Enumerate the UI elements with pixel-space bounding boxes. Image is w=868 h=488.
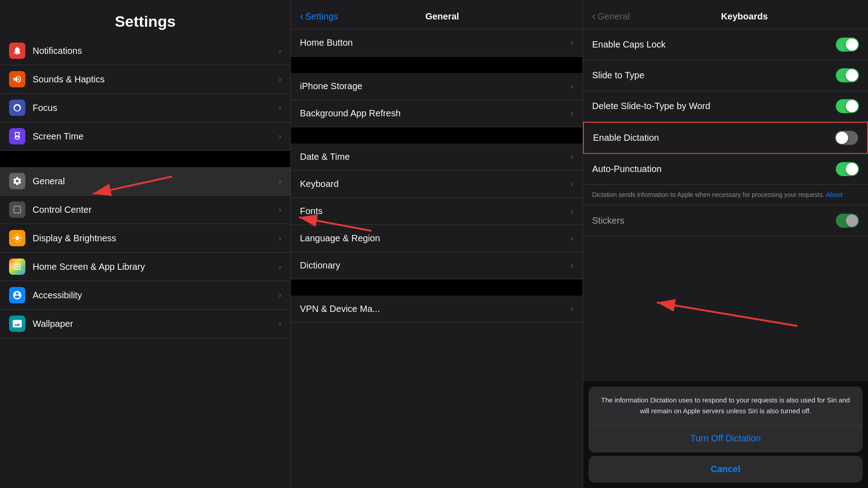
notifications-icon <box>9 43 25 59</box>
focus-chevron: › <box>279 103 281 113</box>
general-list: Home Button › iPhone Storage › Backgroun… <box>291 29 583 488</box>
action-sheet-overlay: The information Dictation uses to respon… <box>583 381 868 488</box>
sidebar-item-screentime[interactable]: Screen Time › <box>0 122 290 151</box>
dictation-desc-text: Dictation sends information to Apple whe… <box>592 190 859 200</box>
keyboards-title: Keyboards <box>630 11 859 22</box>
homescreen-label: Home Screen & App Library <box>33 262 279 272</box>
about-link[interactable]: About <box>826 191 843 198</box>
keyboards-panel: ‹ General Keyboards Enable Caps Lock Sli… <box>583 0 868 488</box>
sidebar-item-focus[interactable]: Focus › <box>0 94 290 122</box>
keyboards-header: ‹ General Keyboards <box>583 0 868 29</box>
enabledictation-toggle[interactable] <box>835 131 858 145</box>
backgroundapp-chevron: › <box>571 109 574 118</box>
iphonestorage-label: iPhone Storage <box>300 81 571 91</box>
toggle-thumb-4 <box>836 132 848 144</box>
controlcenter-label: Control Center <box>33 205 279 215</box>
notifications-chevron: › <box>279 46 281 56</box>
general-icon <box>9 173 25 189</box>
fonts-label: Fonts <box>300 206 571 216</box>
display-icon <box>9 230 25 246</box>
slidetotype-toggle[interactable] <box>836 68 859 82</box>
display-chevron: › <box>279 234 281 243</box>
general-item-homebutton[interactable]: Home Button › <box>291 29 583 57</box>
general-item-vpn[interactable]: VPN & Device Ma... › <box>291 296 583 323</box>
general-item-keyboard[interactable]: Keyboard › <box>291 171 583 198</box>
cancel-button[interactable]: Cancel <box>588 456 863 483</box>
display-label: Display & Brightness <box>33 233 279 244</box>
toggle-thumb <box>846 38 858 51</box>
turn-off-dictation-button[interactable]: Turn Off Dictation <box>588 425 863 452</box>
general-chevron: › <box>279 177 281 186</box>
sidebar-item-general[interactable]: General › <box>0 167 290 196</box>
general-header: ‹ Settings General <box>291 0 583 29</box>
general-divider-1 <box>291 57 583 73</box>
keyboard-chevron: › <box>571 179 574 189</box>
vpn-chevron: › <box>571 304 574 314</box>
deleteslide-toggle[interactable] <box>836 99 859 113</box>
toggle-thumb-6 <box>846 215 858 227</box>
languageregion-chevron: › <box>571 234 574 243</box>
sidebar-item-controlcenter[interactable]: Control Center › <box>0 196 290 224</box>
backgroundapp-label: Background App Refresh <box>300 108 571 119</box>
back-chevron-icon-2: ‹ <box>592 10 596 23</box>
back-to-general-label: General <box>598 11 630 22</box>
sidebar-item-accessibility[interactable]: Accessibility › <box>0 281 290 310</box>
enablecapslock-toggle[interactable] <box>836 38 859 52</box>
general-item-fonts[interactable]: Fonts › <box>291 198 583 225</box>
general-divider-3 <box>291 279 583 296</box>
kb-item-enabledictation[interactable]: Enable Dictation <box>583 122 868 154</box>
slidetotype-label: Slide to Type <box>592 70 836 81</box>
settings-list: Notifications › Sounds & Haptics › Focus… <box>0 37 290 488</box>
settings-panel: Settings Notifications › Sounds & Haptic… <box>0 0 291 488</box>
general-item-languageregion[interactable]: Language & Region › <box>291 225 583 252</box>
deleteslide-label: Delete Slide-to-Type by Word <box>592 101 836 111</box>
wallpaper-chevron: › <box>279 319 281 329</box>
divider-1 <box>0 151 290 167</box>
stickers-label: Stickers <box>592 215 836 226</box>
dictionary-chevron: › <box>571 261 574 270</box>
accessibility-icon <box>9 287 25 303</box>
toggle-thumb-3 <box>846 100 858 112</box>
homescreen-chevron: › <box>279 262 281 272</box>
autopunctuation-toggle[interactable] <box>836 162 859 176</box>
homescreen-icon <box>9 258 25 275</box>
kb-item-slidetotype[interactable]: Slide to Type <box>583 60 868 91</box>
kb-item-stickers[interactable]: Stickers <box>583 206 868 236</box>
back-to-settings-button[interactable]: ‹ Settings <box>300 10 338 23</box>
general-item-datetime[interactable]: Date & Time › <box>291 144 583 171</box>
sidebar-item-sounds[interactable]: Sounds & Haptics › <box>0 65 290 94</box>
kb-item-deleteslide[interactable]: Delete Slide-to-Type by Word <box>583 91 868 122</box>
general-title: General <box>338 11 546 22</box>
general-item-iphonestorage[interactable]: iPhone Storage › <box>291 73 583 100</box>
wallpaper-icon <box>9 316 25 332</box>
settings-title: Settings <box>9 13 281 30</box>
toggle-thumb-2 <box>846 69 858 81</box>
controlcenter-chevron: › <box>279 205 281 215</box>
dictionary-label: Dictionary <box>300 260 571 271</box>
screentime-icon <box>9 128 25 144</box>
settings-header: Settings <box>0 0 290 37</box>
back-chevron-icon: ‹ <box>300 10 304 23</box>
general-panel: ‹ Settings General Home Button › iPhone … <box>291 0 583 488</box>
sidebar-item-notifications[interactable]: Notifications › <box>0 37 290 65</box>
fonts-chevron: › <box>571 206 574 216</box>
enablecapslock-label: Enable Caps Lock <box>592 39 836 50</box>
general-divider-2 <box>291 127 583 144</box>
sounds-label: Sounds & Haptics <box>33 74 279 85</box>
stickers-toggle[interactable] <box>836 214 859 228</box>
back-label: Settings <box>305 11 338 22</box>
autopunctuation-label: Auto-Punctuation <box>592 164 836 174</box>
enabledictation-label: Enable Dictation <box>593 133 835 143</box>
datetime-label: Date & Time <box>300 152 571 162</box>
kb-item-autopunctuation[interactable]: Auto-Punctuation <box>583 154 868 185</box>
back-to-general-button[interactable]: ‹ General <box>592 10 630 23</box>
toggle-thumb-5 <box>846 163 858 175</box>
sounds-chevron: › <box>279 75 281 84</box>
general-item-backgroundapp[interactable]: Background App Refresh › <box>291 100 583 127</box>
sidebar-item-wallpaper[interactable]: Wallpaper › <box>0 310 290 338</box>
kb-item-enablecapslock[interactable]: Enable Caps Lock <box>583 29 868 60</box>
sidebar-item-display[interactable]: Display & Brightness › <box>0 224 290 253</box>
sidebar-item-homescreen[interactable]: Home Screen & App Library › <box>0 253 290 281</box>
general-item-dictionary[interactable]: Dictionary › <box>291 252 583 279</box>
controlcenter-icon <box>9 201 25 218</box>
